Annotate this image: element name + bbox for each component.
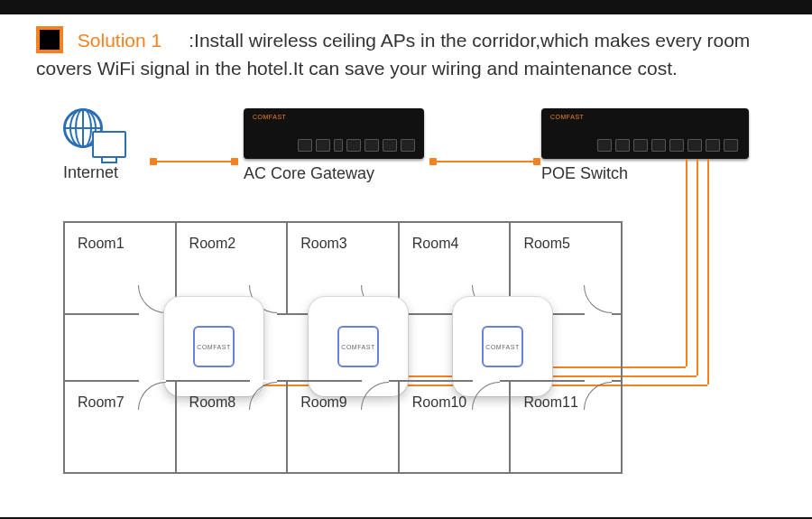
door-icon [139,380,166,409]
ap-brand: COMFAST [485,344,519,350]
ap-brand: COMFAST [197,344,230,350]
gateway-node: COMFAST AC Core Gateway [244,108,469,183]
monitor-icon [92,131,126,158]
room-label: Room11 [523,394,577,410]
heading-marker-icon [36,26,63,53]
solution-heading: Solution 1:Install wireless ceiling APs … [36,27,758,82]
rooms-row-top: Room1 Room2 Room3 Room4 Room5 [65,223,621,315]
poe-ports-icon [597,139,738,152]
door-icon [473,286,500,315]
network-diagram: Internet COMFAST AC Core Gateway COMFAST [36,108,758,501]
door-icon [139,286,166,315]
room-label: Room1 [78,236,125,251]
room-label: Room3 [300,236,347,251]
poe-switch-node: COMFAST POE Switch [541,108,776,183]
room-cell: Room11 [511,382,621,472]
device-row: Internet COMFAST AC Core Gateway COMFAST [36,108,758,217]
internet-icon [63,108,126,158]
gateway-brand: COMFAST [253,114,286,120]
room-cell: Room7 [65,382,177,472]
room-label: Room2 [189,236,236,251]
door-icon [585,380,612,409]
corridor: COMFAST COMFAST COMFAST [65,313,621,382]
room-cell: Room3 [288,223,400,313]
cable-drop-2 [697,159,698,375]
heading-title: Solution 1 [78,30,161,51]
floor-plan: Room1 Room2 Room3 Room4 Room5 COMFAST CO… [63,221,623,474]
room-cell: Room4 [400,223,512,313]
room-cell: Room8 [177,382,289,472]
poe-device-icon: COMFAST [541,108,749,159]
poe-brand: COMFAST [550,114,584,120]
room-cell: Room10 [400,382,512,472]
door-icon [250,380,277,409]
cable-drop-1 [686,159,687,366]
door-icon [585,286,612,315]
gateway-label: AC Core Gateway [244,164,469,183]
internet-label: Internet [63,163,189,182]
cable-drop-3 [707,159,709,385]
room-label: Room8 [189,394,236,410]
room-cell: Room2 [177,223,289,313]
internet-node: Internet [63,108,189,182]
room-label: Room10 [412,394,466,410]
ap-brand: COMFAST [341,344,374,350]
cable-internet-to-gateway [153,161,235,162]
cable-gateway-to-switch [433,161,537,162]
poe-label: POE Switch [541,164,776,183]
rooms-row-bottom: Room7 Room8 Room9 Room10 Room11 [65,380,621,472]
door-icon [362,380,389,409]
room-label: Room9 [300,394,347,410]
gateway-device-icon: COMFAST [244,108,424,159]
room-label: Room5 [523,236,570,251]
room-cell: Room1 [65,223,177,313]
gateway-ports-icon [298,139,415,152]
door-icon [250,286,277,315]
room-label: Room7 [78,394,125,410]
room-cell: Room5 [511,223,621,313]
room-label: Room4 [412,236,459,251]
door-icon [473,380,500,409]
door-icon [362,286,389,315]
room-cell: Room9 [288,382,400,472]
